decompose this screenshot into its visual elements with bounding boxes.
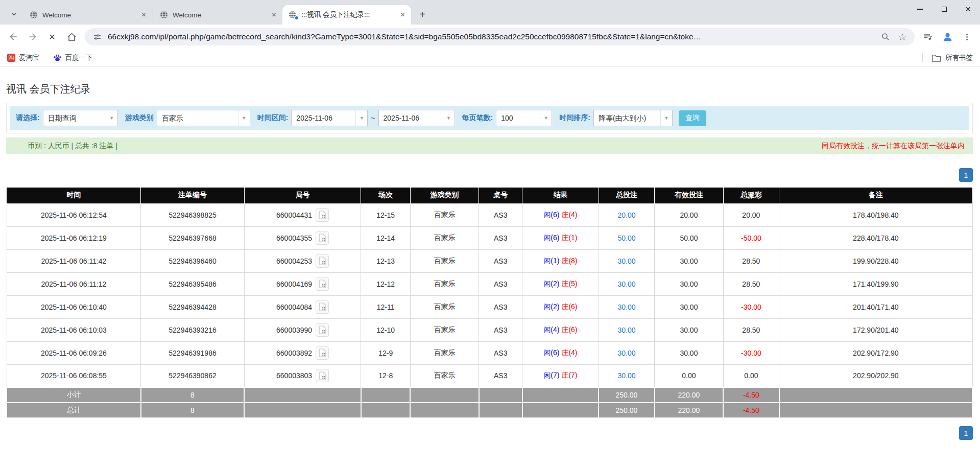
video-replay-button[interactable] [316, 369, 329, 382]
date-to-select[interactable]: 2025-11-06 ▼ [378, 110, 455, 126]
cell-session: 12-8 [361, 364, 410, 387]
browser-tab-active[interactable]: :::视讯 会员下注纪录::: ✕ [282, 5, 411, 25]
cell-result: 闲(6) 庄(4) [522, 203, 599, 226]
cell-table-no: AS3 [479, 203, 522, 226]
chevron-down-icon[interactable]: ▼ [443, 110, 455, 126]
video-file-icon [319, 303, 326, 311]
cell-table-no: AS3 [479, 295, 522, 318]
cell-table-no: AS3 [479, 341, 522, 364]
table-row: 2025-11-06 06:10:03522946393216660003990… [7, 318, 972, 341]
chevron-down-icon[interactable]: ▼ [660, 110, 672, 126]
cell-time: 2025-11-06 06:12:54 [7, 203, 141, 226]
page-size-select[interactable]: 100 ▼ [496, 110, 552, 126]
column-header: 总派彩 [723, 188, 779, 203]
new-tab-button[interactable]: + [415, 7, 429, 21]
cell-round-no: 660004431 [244, 203, 361, 226]
media-controls-button[interactable] [919, 28, 937, 46]
cell-bet-no: 522946393216 [141, 318, 244, 341]
video-replay-button[interactable] [316, 208, 329, 222]
all-bookmarks-button[interactable]: 所有书签 [931, 53, 973, 62]
video-replay-button[interactable] [316, 254, 329, 268]
chevron-down-icon[interactable]: ▼ [238, 110, 250, 126]
page-1-button[interactable]: 1 [959, 426, 973, 440]
cell-game-type: 百家乐 [410, 249, 479, 272]
cell-remark: 171.40/199.90 [779, 272, 972, 295]
total-bet-link[interactable]: 20.00 [617, 211, 635, 219]
cell-time: 2025-11-06 06:10:40 [7, 295, 141, 318]
cell-table-no: AS3 [479, 318, 522, 341]
chevron-down-icon[interactable]: ▼ [355, 110, 367, 126]
bet-records-table: 时间注单编号局号场次游戏类别桌号结果总投注有效投注总派彩备注 2025-11-0… [6, 188, 973, 418]
total-bet-link[interactable]: 30.00 [617, 257, 635, 265]
tab-close-icon[interactable]: ✕ [270, 11, 278, 19]
cell-remark: 228.40/178.40 [779, 226, 972, 249]
video-replay-button[interactable] [316, 231, 329, 245]
summary-payout: -4.50 [723, 387, 779, 403]
bookmark-label: 爱淘宝 [19, 53, 40, 62]
profile-avatar-button[interactable] [938, 28, 957, 46]
window-minimize-button[interactable] [908, 0, 932, 18]
column-header: 总投注 [599, 188, 655, 203]
cell-time: 2025-11-06 06:08:55 [7, 364, 141, 387]
stop-loading-button[interactable]: ✕ [43, 28, 61, 46]
cell-bet-no: 522946396460 [141, 249, 244, 272]
total-bet-link[interactable]: 30.00 [617, 371, 635, 380]
total-bet-link[interactable]: 30.00 [617, 303, 635, 311]
cell-total-bet: 30.00 [599, 249, 655, 272]
tab-close-icon[interactable]: ✕ [139, 11, 148, 19]
video-replay-button[interactable] [316, 323, 329, 337]
cell-round-no: 660004169 [244, 272, 361, 295]
game-type-label: 游戏类别 [125, 113, 154, 123]
bookmark-star-icon[interactable]: ☆ [896, 31, 909, 43]
cell-remark: 202.90/202.90 [779, 364, 972, 387]
forward-button[interactable] [23, 28, 42, 46]
total-bet-link[interactable]: 30.00 [617, 349, 635, 357]
cell-bet-no: 522946394428 [141, 295, 244, 318]
video-replay-button[interactable] [316, 300, 329, 314]
browser-menu-button[interactable] [958, 28, 976, 46]
zoom-icon[interactable] [879, 31, 892, 43]
search-button[interactable]: 查询 [679, 110, 706, 126]
total-bet-link[interactable]: 30.00 [617, 280, 635, 288]
browser-tab-1[interactable]: Welcome ✕ [23, 5, 152, 25]
tab-close-icon[interactable]: ✕ [398, 11, 407, 19]
date-from-select[interactable]: 2025-11-06 ▼ [291, 110, 368, 126]
video-file-icon [319, 280, 326, 288]
globe-favicon-icon [30, 11, 38, 19]
game-type-select[interactable]: 百家乐 ▼ [157, 110, 250, 126]
url-address-bar[interactable]: 66cxkj98.com/ipl/portal.php/game/betreco… [85, 28, 915, 45]
cell-total-bet: 30.00 [599, 341, 655, 364]
tab-search-button[interactable] [6, 6, 21, 21]
window-maximize-button[interactable] [932, 0, 956, 18]
chevron-down-icon[interactable]: ▼ [106, 110, 117, 126]
table-row: 2025-11-06 06:12:54522946398825660004431… [7, 203, 972, 226]
cell-bet-no: 522946390862 [141, 364, 244, 387]
bookmark-item-baidu[interactable]: 百度一下 [53, 53, 93, 62]
time-sort-select[interactable]: 降幂(由大到小) ▼ [593, 110, 673, 126]
video-replay-button[interactable] [316, 346, 329, 360]
bet-table-body: 2025-11-06 06:12:54522946398825660004431… [7, 203, 972, 418]
back-button[interactable] [4, 28, 22, 46]
cell-result: 闲(6) 庄(1) [522, 226, 599, 249]
total-bet-link[interactable]: 50.00 [617, 234, 635, 242]
page-1-button[interactable]: 1 [959, 168, 973, 182]
video-replay-button[interactable] [316, 277, 329, 291]
site-info-icon[interactable] [91, 31, 103, 43]
bookmark-item-aitaobao[interactable]: 淘 爱淘宝 [7, 53, 40, 62]
globe-favicon-icon [160, 11, 168, 19]
browser-tab-2[interactable]: Welcome ✕ [154, 5, 282, 25]
cell-time: 2025-11-06 06:11:12 [7, 272, 141, 295]
total-bet-link[interactable]: 30.00 [617, 326, 635, 334]
minimize-icon [917, 9, 923, 9]
home-button[interactable] [62, 28, 81, 46]
cell-game-type: 百家乐 [410, 203, 479, 226]
column-header: 时间 [7, 188, 141, 203]
query-type-select[interactable]: 日期查询 ▼ [43, 110, 118, 126]
cell-remark: 199.90/228.40 [779, 249, 972, 272]
chevron-down-icon[interactable]: ▼ [540, 110, 552, 126]
window-close-button[interactable]: ✕ [956, 0, 980, 18]
cell-session: 12-11 [361, 295, 410, 318]
summary-valid-bet: 220.00 [655, 403, 723, 418]
close-icon: ✕ [965, 6, 971, 13]
cell-result: 闲(7) 庄(7) [522, 364, 599, 387]
